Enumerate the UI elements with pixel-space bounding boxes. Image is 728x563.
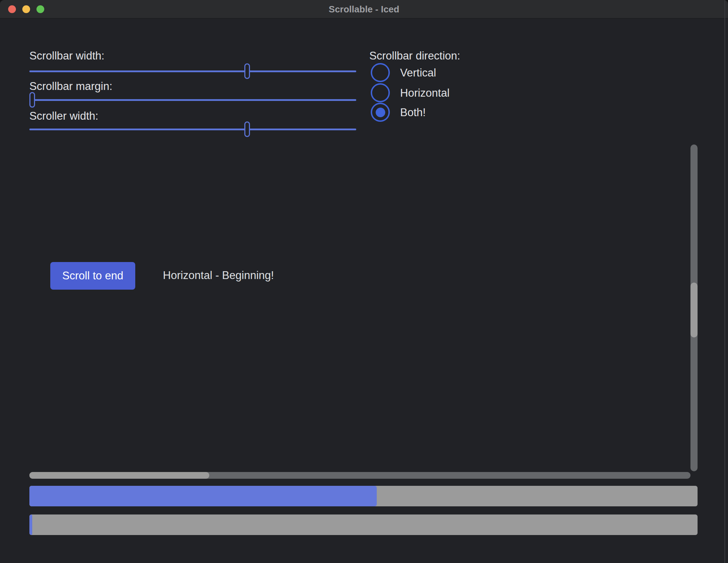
radio-vertical[interactable] xyxy=(371,63,390,82)
scroll-status-text: Horizontal - Beginning! xyxy=(163,269,274,282)
radio-dot-icon xyxy=(376,108,385,117)
radio-both[interactable] xyxy=(371,103,390,122)
slider-rail[interactable] xyxy=(29,70,356,72)
vertical-progress-bar xyxy=(29,514,698,535)
progress-fill xyxy=(29,514,32,535)
titlebar[interactable]: Scrollable - Iced xyxy=(0,0,728,18)
horizontal-scrollbar-track[interactable] xyxy=(29,472,690,479)
radio-both-label[interactable]: Both! xyxy=(400,106,426,119)
scrollbar-margin-slider[interactable] xyxy=(29,92,356,108)
slider-handle[interactable] xyxy=(29,92,35,108)
slider-rail[interactable] xyxy=(29,99,356,101)
slider-handle[interactable] xyxy=(244,63,250,79)
scrollbar-width-slider[interactable] xyxy=(29,63,356,79)
progress-fill xyxy=(29,486,377,506)
app-window: Scrollable - Iced Scrollbar width: Scrol… xyxy=(0,0,728,563)
window-title: Scrollable - Iced xyxy=(0,0,728,18)
scrollbar-margin-label: Scrollbar margin: xyxy=(29,80,112,93)
scrollbar-width-label: Scrollbar width: xyxy=(29,50,104,62)
scroll-to-end-button[interactable]: Scroll to end xyxy=(50,262,135,290)
radio-horizontal-label[interactable]: Horizontal xyxy=(400,87,450,99)
scroller-width-slider[interactable] xyxy=(29,121,356,137)
vertical-scrollbar-track[interactable] xyxy=(690,144,698,471)
scrollbar-direction-label: Scrollbar direction: xyxy=(369,50,460,62)
slider-handle[interactable] xyxy=(244,121,250,137)
vertical-scrollbar-thumb[interactable] xyxy=(690,283,698,337)
radio-horizontal[interactable] xyxy=(371,83,390,102)
radio-vertical-label[interactable]: Vertical xyxy=(400,67,436,79)
slider-rail[interactable] xyxy=(29,129,356,130)
horizontal-progress-bar xyxy=(29,486,698,506)
horizontal-scrollbar-thumb[interactable] xyxy=(29,472,209,479)
window-edge xyxy=(724,0,725,563)
scroller-width-label: Scroller width: xyxy=(29,110,98,123)
